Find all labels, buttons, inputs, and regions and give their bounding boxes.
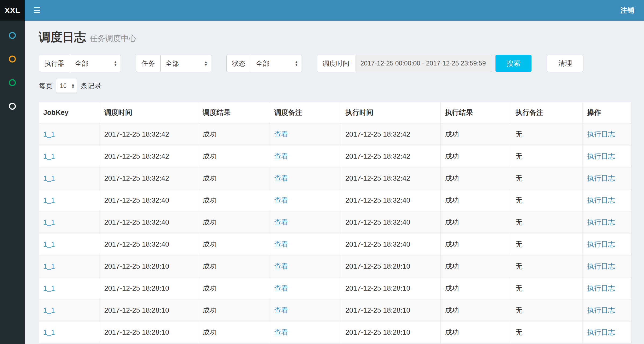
execution-log-link[interactable]: 执行日志: [587, 284, 615, 292]
jobkey-link[interactable]: 1_1: [43, 130, 55, 138]
trigger-time-cell: 2017-12-25 18:32:40: [100, 189, 198, 211]
trigger-msg-cell: 查看: [270, 145, 341, 167]
job-select[interactable]: 全部: [160, 55, 211, 72]
handle-msg-cell: 无: [511, 145, 583, 167]
execution-log-link[interactable]: 执行日志: [587, 130, 615, 138]
sidebar-item-4[interactable]: [0, 94, 25, 118]
handle-result-cell: 成功: [440, 277, 511, 299]
action-cell: 执行日志: [583, 123, 631, 145]
jobkey-link[interactable]: 1_1: [43, 174, 55, 182]
executor-select-wrap: 全部 ▲▼: [70, 55, 121, 72]
col-handle-msg: 执行备注: [511, 102, 583, 123]
page-size-select[interactable]: 10: [56, 79, 77, 93]
clear-button[interactable]: 清理: [547, 55, 583, 72]
log-table: JobKey 调度时间 调度结果 调度备注 执行时间 执行结果 执行备注 操作 …: [39, 102, 631, 343]
view-trigger-msg-link[interactable]: 查看: [274, 130, 288, 138]
circle-icon: [9, 56, 16, 63]
handle-time-cell: 2017-12-25 18:32:40: [341, 189, 441, 211]
circle-icon: [9, 32, 16, 39]
execution-log-link[interactable]: 执行日志: [587, 218, 615, 226]
execution-log-link[interactable]: 执行日志: [587, 328, 615, 336]
action-cell: 执行日志: [583, 189, 631, 211]
action-cell: 执行日志: [583, 167, 631, 189]
search-button[interactable]: 搜索: [495, 55, 531, 72]
trigger-result-cell: 成功: [198, 167, 270, 189]
handle-msg-cell: 无: [511, 299, 583, 321]
executor-filter-group: 执行器 全部 ▲▼: [39, 55, 121, 72]
jobkey-link[interactable]: 1_1: [43, 218, 55, 226]
table-row: 1_1 2017-12-25 18:32:40 成功 查看 2017-12-25…: [39, 233, 631, 255]
table-row: 1_1 2017-12-25 18:32:40 成功 查看 2017-12-25…: [39, 189, 631, 211]
col-jobkey: JobKey: [39, 102, 100, 123]
handle-result-cell: 成功: [440, 189, 511, 211]
col-trigger-msg: 调度备注: [270, 102, 341, 123]
view-trigger-msg-link[interactable]: 查看: [274, 284, 288, 292]
col-trigger-time: 调度时间: [100, 102, 198, 123]
jobkey-link[interactable]: 1_1: [43, 262, 55, 270]
trigger-msg-cell: 查看: [270, 255, 341, 277]
sidebar-item-3[interactable]: [0, 71, 25, 94]
view-trigger-msg-link[interactable]: 查看: [274, 174, 288, 182]
execution-log-link[interactable]: 执行日志: [587, 196, 615, 204]
jobkey-link[interactable]: 1_1: [43, 306, 55, 314]
handle-msg-cell: 无: [511, 233, 583, 255]
trigger-result-cell: 成功: [198, 255, 270, 277]
filter-bar: 执行器 全部 ▲▼ 任务 全部 ▲▼ 状态 全部: [39, 55, 631, 72]
jobkey-cell: 1_1: [39, 277, 100, 299]
execution-log-link[interactable]: 执行日志: [587, 262, 615, 270]
handle-msg-cell: 无: [511, 211, 583, 233]
execution-log-link[interactable]: 执行日志: [587, 152, 615, 160]
executor-filter-label: 执行器: [39, 55, 70, 72]
view-trigger-msg-link[interactable]: 查看: [274, 306, 288, 314]
jobkey-link[interactable]: 1_1: [43, 284, 55, 292]
view-trigger-msg-link[interactable]: 查看: [274, 240, 288, 248]
handle-msg-cell: 无: [511, 255, 583, 277]
view-trigger-msg-link[interactable]: 查看: [274, 196, 288, 204]
app-logo[interactable]: XXL: [0, 0, 25, 21]
trigger-result-cell: 成功: [198, 211, 270, 233]
status-filter-label: 状态: [226, 55, 251, 72]
view-trigger-msg-link[interactable]: 查看: [274, 328, 288, 336]
sidebar-item-1[interactable]: [0, 24, 25, 47]
view-trigger-msg-link[interactable]: 查看: [274, 218, 288, 226]
trigger-result-cell: 成功: [198, 233, 270, 255]
executor-select[interactable]: 全部: [70, 55, 121, 72]
trigger-time-cell: 2017-12-25 18:28:10: [100, 321, 198, 343]
action-cell: 执行日志: [583, 299, 631, 321]
time-range-input[interactable]: [355, 55, 492, 72]
table-row: 1_1 2017-12-25 18:28:10 成功 查看 2017-12-25…: [39, 299, 631, 321]
trigger-time-cell: 2017-12-25 18:32:40: [100, 211, 198, 233]
jobkey-link[interactable]: 1_1: [43, 240, 55, 248]
trigger-msg-cell: 查看: [270, 189, 341, 211]
trigger-time-cell: 2017-12-25 18:28:10: [100, 255, 198, 277]
table-row: 1_1 2017-12-25 18:28:10 成功 查看 2017-12-25…: [39, 321, 631, 343]
sidebar-item-2[interactable]: [0, 47, 25, 71]
trigger-result-cell: 成功: [198, 189, 270, 211]
trigger-msg-cell: 查看: [270, 211, 341, 233]
handle-result-cell: 成功: [440, 123, 511, 145]
trigger-msg-cell: 查看: [270, 321, 341, 343]
view-trigger-msg-link[interactable]: 查看: [274, 152, 288, 160]
action-cell: 执行日志: [583, 277, 631, 299]
jobkey-cell: 1_1: [39, 233, 100, 255]
handle-time-cell: 2017-12-25 18:32:42: [341, 123, 441, 145]
col-action: 操作: [583, 102, 631, 123]
jobkey-link[interactable]: 1_1: [43, 328, 55, 336]
table-row: 1_1 2017-12-25 18:28:10 成功 查看 2017-12-25…: [39, 255, 631, 277]
execution-log-link[interactable]: 执行日志: [587, 174, 615, 182]
handle-time-cell: 2017-12-25 18:32:40: [341, 233, 441, 255]
status-select[interactable]: 全部: [251, 55, 302, 72]
jobkey-link[interactable]: 1_1: [43, 152, 55, 160]
navbar-bar: ☰ 注销: [25, 0, 644, 21]
trigger-result-cell: 成功: [198, 123, 270, 145]
jobkey-link[interactable]: 1_1: [43, 196, 55, 204]
logout-button[interactable]: 注销: [611, 6, 644, 15]
job-filter-group: 任务 全部 ▲▼: [136, 55, 211, 72]
view-trigger-msg-link[interactable]: 查看: [274, 262, 288, 270]
trigger-time-cell: 2017-12-25 18:32:42: [100, 123, 198, 145]
execution-log-link[interactable]: 执行日志: [587, 240, 615, 248]
page-size-row: 每页 10 ▲▼ 条记录: [39, 79, 631, 93]
hamburger-menu-icon[interactable]: ☰: [25, 6, 49, 15]
execution-log-link[interactable]: 执行日志: [587, 306, 615, 314]
main-content: 调度日志 任务调度中心 执行器 全部 ▲▼ 任务 全部 ▲▼ 状态: [25, 21, 644, 344]
